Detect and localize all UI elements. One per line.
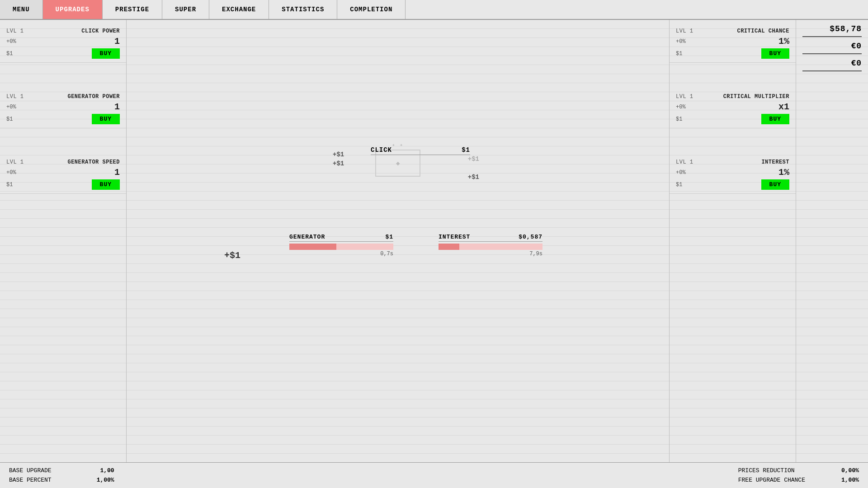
nav-item-statistics[interactable]: STATISTICS xyxy=(269,0,337,19)
buy-critical-multiplier-button[interactable]: BUY xyxy=(761,114,789,124)
floating-income-2: +$1 xyxy=(333,160,344,167)
left-panel: LVL 1 CLICK POWER +0% 1 $1 BUY LVL 1 GEN… xyxy=(0,20,127,488)
main-area: LVL 1 CLICK POWER +0% 1 $1 BUY LVL 1 GEN… xyxy=(0,20,868,488)
prices-reduction-value: 0,00% xyxy=(841,467,859,474)
free-upgrade-label: FREE UPGRADE CHANCE xyxy=(738,477,805,483)
click-income: $1 xyxy=(462,146,470,154)
buy-generator-power-button[interactable]: BUY xyxy=(92,114,120,124)
bottom-stats-bar: BASE UPGRADE 1,00 BASE PERCENT 1,00% PRI… xyxy=(0,462,868,488)
generator-time: 0,7s xyxy=(289,251,393,257)
free-upgrade-value: 1,00% xyxy=(841,477,859,483)
nav-bar: MENU UPGRADES PRESTIGE SUPER EXCHANGE ST… xyxy=(0,0,868,20)
nav-item-prestige[interactable]: PRESTIGE xyxy=(103,0,162,19)
upgrade-card-interest: LVL 1 INTEREST +0% 1% $1 BUY xyxy=(670,155,796,194)
base-upgrade-label: BASE UPGRADE xyxy=(9,467,52,474)
nav-item-upgrades[interactable]: UPGRADES xyxy=(43,0,103,19)
floating-income-3: +$1 xyxy=(468,174,479,181)
upgrade-card-critical-multiplier: LVL 1 CRITICAL MULTIPLIER +0% x1 $1 BUY xyxy=(670,90,796,128)
buy-click-power-button[interactable]: BUY xyxy=(92,48,120,59)
interest-label: INTEREST xyxy=(439,234,470,240)
generator-stat-box: GENERATOR $1 0,7s xyxy=(289,234,393,257)
nav-item-exchange[interactable]: EXCHANGE xyxy=(209,0,269,19)
currency-panel: $58,78 €0 €0 xyxy=(796,20,868,488)
nav-item-completion[interactable]: COMPLETION xyxy=(337,0,406,19)
buy-interest-button[interactable]: BUY xyxy=(761,179,789,190)
buy-generator-speed-button[interactable]: BUY xyxy=(92,179,120,190)
upgrade-card-generator-speed: LVL 1 GENERATOR SPEED +0% 1 $1 BUY xyxy=(0,155,126,194)
base-percent-value: 1,00% xyxy=(97,477,114,483)
base-upgrade-value: 1,00 xyxy=(100,467,114,474)
prices-reduction-label: PRICES REDUCTION xyxy=(738,467,795,474)
nav-item-menu[interactable]: MENU xyxy=(0,0,43,19)
buy-critical-chance-button[interactable]: BUY xyxy=(761,48,789,59)
game-center: +$1 +$1 +$1 +$1 ✦ ✦ ◆ CLICK $1 xyxy=(127,20,669,488)
currency-euro2: €0 xyxy=(802,59,862,71)
currency-dollars: $58,78 xyxy=(802,24,862,37)
upgrade-card-click-power: LVL 1 CLICK POWER +0% 1 $1 BUY xyxy=(0,24,126,63)
currency-euro1: €0 xyxy=(802,42,862,54)
generator-label: GENERATOR xyxy=(289,234,325,240)
generator-plus-income: +$1 xyxy=(224,250,241,261)
upgrade-card-critical-chance: LVL 1 CRITICAL CHANCE +0% 1% $1 BUY xyxy=(670,24,796,63)
center-area: +$1 +$1 +$1 +$1 ✦ ✦ ◆ CLICK $1 xyxy=(127,20,669,488)
base-percent-label: BASE PERCENT xyxy=(9,477,52,483)
interest-time: 7,9s xyxy=(439,251,542,257)
bottom-right-stats: PRICES REDUCTION 0,00% FREE UPGRADE CHAN… xyxy=(738,467,859,483)
interest-stat-box: INTEREST $0,587 7,9s xyxy=(439,234,542,257)
generator-income: $1 xyxy=(385,234,393,240)
nav-item-super[interactable]: SUPER xyxy=(162,0,209,19)
click-label: CLICK xyxy=(371,146,392,154)
interest-income: $0,587 xyxy=(519,234,542,240)
bottom-left-stats: BASE UPGRADE 1,00 BASE PERCENT 1,00% xyxy=(9,467,114,483)
upgrade-card-generator-power: LVL 1 GENERATOR POWER +0% 1 $1 BUY xyxy=(0,90,126,128)
right-panel: LVL 1 CRITICAL CHANCE +0% 1% $1 BUY LVL … xyxy=(669,20,796,488)
floating-income-1: +$1 xyxy=(333,151,344,158)
